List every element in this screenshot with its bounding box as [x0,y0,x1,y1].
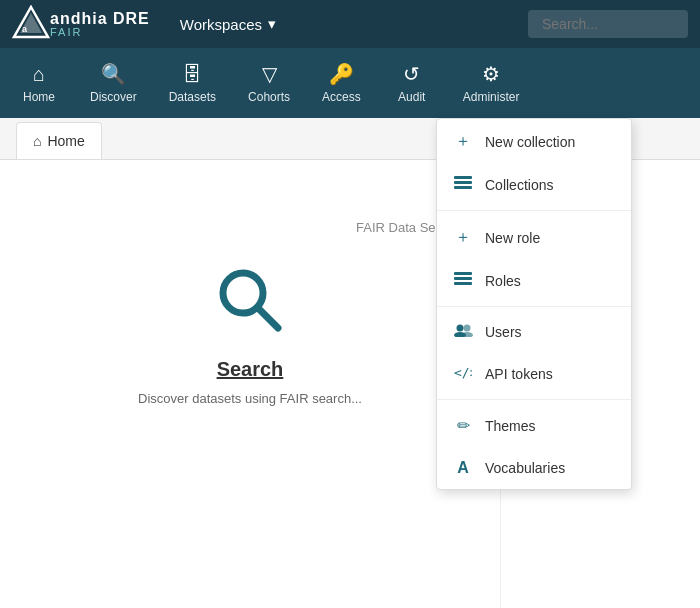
nav-label-home: Home [23,90,55,104]
svg-point-12 [464,325,471,332]
dropdown-themes[interactable]: ✏ Themes [437,404,631,447]
dropdown-vocabularies-label: Vocabularies [485,460,565,476]
divider-3 [437,399,631,400]
workspaces-label: Workspaces [180,16,262,33]
nav-label-discover: Discover [90,90,137,104]
dropdown-api-tokens[interactable]: </> API tokens [437,353,631,395]
nav-label-administer: Administer [463,90,520,104]
roles-icon [453,272,473,290]
nav-label-datasets: Datasets [169,90,216,104]
dropdown-themes-label: Themes [485,418,536,434]
nav-item-datasets[interactable]: 🗄 Datasets [153,48,232,118]
nav-item-cohorts[interactable]: ▽ Cohorts [232,48,306,118]
chevron-down-icon: ▾ [268,15,276,33]
nav-item-administer[interactable]: ⚙ Administer [447,48,536,118]
dropdown-new-collection[interactable]: ＋ New collection [437,119,631,164]
administer-icon: ⚙ [482,62,500,86]
nav-label-cohorts: Cohorts [248,90,290,104]
themes-icon: ✏ [453,416,473,435]
svg-rect-9 [454,277,472,280]
top-navbar: a andhia DRE FAIR Workspaces ▾ [0,0,700,48]
brand-text: andhia DRE FAIR [50,11,150,38]
users-icon [453,323,473,341]
nav-item-home[interactable]: ⌂ Home [4,48,74,118]
divider-1 [437,210,631,211]
left-panel: FAIR Data Ser... Search Discover dataset… [0,160,500,608]
dropdown-new-role-label: New role [485,230,540,246]
discover-icon: 🔍 [101,62,126,86]
dropdown-collections[interactable]: Collections [437,164,631,206]
breadcrumb-tab[interactable]: ⌂ Home [16,122,102,159]
search-input[interactable] [528,10,688,38]
dropdown-roles-label: Roles [485,273,521,289]
svg-rect-6 [454,181,472,184]
nav-label-access: Access [322,90,361,104]
audit-icon: ↺ [403,62,420,86]
dropdown-api-tokens-label: API tokens [485,366,553,382]
nav-item-discover[interactable]: 🔍 Discover [74,48,153,118]
svg-rect-7 [454,186,472,189]
dropdown-collections-label: Collections [485,177,553,193]
svg-line-4 [258,308,278,328]
search-desc: Discover datasets using FAIR search... [138,391,362,406]
search-section: Search Discover datasets using FAIR sear… [138,265,362,406]
cohorts-icon: ▽ [262,62,277,86]
nav-label-audit: Audit [398,90,425,104]
home-icon: ⌂ [33,63,45,86]
datasets-icon: 🗄 [182,63,202,86]
nav-item-access[interactable]: 🔑 Access [306,48,377,118]
dropdown-new-collection-label: New collection [485,134,575,150]
dropdown-users-label: Users [485,324,522,340]
collections-icon [453,176,473,194]
search-title: Search [217,358,284,381]
breadcrumb-label: Home [47,133,84,149]
brand-name: andhia DRE [50,11,150,27]
administer-dropdown: ＋ New collection Collections ＋ New role … [436,118,632,490]
svg-point-11 [457,325,464,332]
access-icon: 🔑 [329,62,354,86]
dropdown-users[interactable]: Users [437,311,631,353]
search-large-icon [215,265,285,348]
dropdown-vocabularies[interactable]: A Vocabularies [437,447,631,489]
divider-2 [437,306,631,307]
vocab-icon: A [453,459,473,477]
code-icon: </> [453,365,473,383]
brand-sub: FAIR [50,27,150,38]
workspaces-button[interactable]: Workspaces ▾ [170,9,286,39]
secondary-navbar: ⌂ Home 🔍 Discover 🗄 Datasets ▽ Cohorts 🔑… [0,48,700,118]
svg-rect-5 [454,176,472,179]
dropdown-new-role[interactable]: ＋ New role [437,215,631,260]
breadcrumb-home-icon: ⌂ [33,133,41,149]
brand-logo: a [12,5,50,43]
svg-rect-10 [454,282,472,285]
dropdown-roles[interactable]: Roles [437,260,631,302]
plus-icon: ＋ [453,131,473,152]
brand: a andhia DRE FAIR [12,5,150,43]
svg-rect-8 [454,272,472,275]
plus-icon-2: ＋ [453,227,473,248]
nav-item-audit[interactable]: ↺ Audit [377,48,447,118]
svg-text:</>: </> [454,365,472,379]
